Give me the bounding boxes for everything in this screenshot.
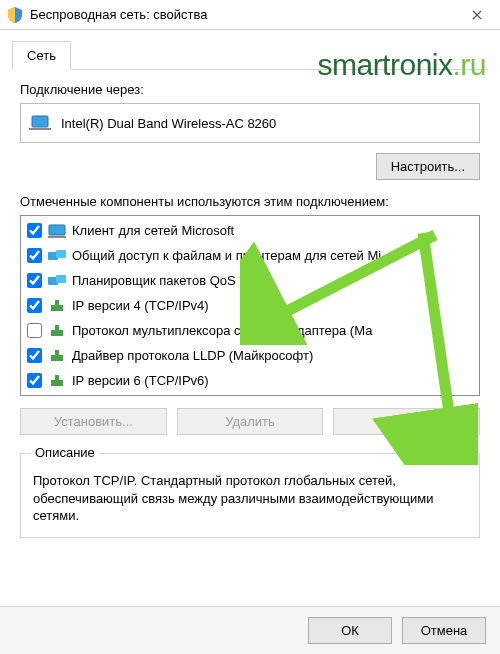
svg-rect-10 bbox=[51, 330, 63, 336]
component-item[interactable]: IP версии 6 (TCP/IPv6) bbox=[21, 368, 479, 393]
component-label: IP версии 6 (TCP/IPv6) bbox=[72, 373, 209, 388]
component-checkbox[interactable] bbox=[27, 273, 42, 288]
component-item[interactable]: Драйвер протокола LLDP (Майкрософт) bbox=[21, 343, 479, 368]
adapter-name: Intel(R) Dual Band Wireless-AC 8260 bbox=[61, 116, 276, 131]
tab-network[interactable]: Сеть bbox=[12, 41, 71, 70]
shield-icon bbox=[8, 7, 22, 23]
component-checkbox[interactable] bbox=[27, 373, 42, 388]
svg-rect-15 bbox=[55, 375, 59, 380]
component-checkbox[interactable] bbox=[27, 298, 42, 313]
configure-button[interactable]: Настроить... bbox=[376, 153, 480, 180]
components-label: Отмеченные компоненты используются этим … bbox=[20, 194, 480, 209]
component-checkbox[interactable] bbox=[27, 323, 42, 338]
component-label: Драйвер протокола LLDP (Майкрософт) bbox=[72, 348, 313, 363]
component-checkbox[interactable] bbox=[27, 348, 42, 363]
close-button[interactable] bbox=[454, 0, 500, 30]
svg-rect-3 bbox=[48, 236, 66, 238]
description-title: Описание bbox=[31, 445, 99, 460]
components-list[interactable]: Клиент для сетей MicrosoftОбщий доступ к… bbox=[20, 215, 480, 396]
svg-rect-7 bbox=[56, 275, 66, 283]
component-item[interactable]: Клиент для сетей Microsoft bbox=[21, 218, 479, 243]
adapter-box: Intel(R) Dual Band Wireless-AC 8260 bbox=[20, 103, 480, 143]
service-icon bbox=[48, 249, 66, 263]
component-item[interactable]: Планировщик пакетов QoS bbox=[21, 268, 479, 293]
proto-icon bbox=[48, 349, 66, 363]
svg-rect-2 bbox=[49, 225, 65, 235]
service-icon bbox=[48, 274, 66, 288]
window-title: Беспроводная сеть: свойства bbox=[30, 7, 454, 22]
svg-rect-1 bbox=[29, 128, 51, 130]
component-checkbox[interactable] bbox=[27, 223, 42, 238]
component-item[interactable]: Протокол мультиплексора сетевого адаптер… bbox=[21, 318, 479, 343]
proto-icon bbox=[48, 374, 66, 388]
remove-button[interactable]: Удалить bbox=[177, 408, 324, 435]
component-item[interactable]: IP версии 4 (TCP/IPv4) bbox=[21, 293, 479, 318]
svg-rect-9 bbox=[55, 300, 59, 305]
component-label: Планировщик пакетов QoS bbox=[72, 273, 236, 288]
proto-icon bbox=[48, 324, 66, 338]
component-checkbox[interactable] bbox=[27, 248, 42, 263]
connect-via-label: Подключение через: bbox=[20, 82, 480, 97]
description-text: Протокол TCP/IP. Стандартный протокол гл… bbox=[33, 472, 467, 525]
svg-rect-8 bbox=[51, 305, 63, 311]
dialog-footer: ОК Отмена bbox=[0, 606, 500, 654]
svg-rect-11 bbox=[55, 325, 59, 330]
svg-rect-13 bbox=[55, 350, 59, 355]
client-icon bbox=[48, 224, 66, 238]
properties-button[interactable]: Свойства bbox=[333, 408, 480, 435]
component-label: Протокол мультиплексора сетевого адаптер… bbox=[72, 323, 372, 338]
component-item[interactable]: Общий доступ к файлам и принтерам для се… bbox=[21, 243, 479, 268]
svg-rect-0 bbox=[32, 116, 48, 127]
ok-button[interactable]: ОК bbox=[308, 617, 392, 644]
svg-rect-5 bbox=[56, 250, 66, 258]
component-label: IP версии 4 (TCP/IPv4) bbox=[72, 298, 209, 313]
network-adapter-icon bbox=[29, 114, 51, 132]
description-group: Описание Протокол TCP/IP. Стандартный пр… bbox=[20, 453, 480, 538]
svg-rect-14 bbox=[51, 380, 63, 386]
proto-icon bbox=[48, 299, 66, 313]
component-label: Клиент для сетей Microsoft bbox=[72, 223, 234, 238]
titlebar: Беспроводная сеть: свойства bbox=[0, 0, 500, 30]
svg-rect-12 bbox=[51, 355, 63, 361]
cancel-button[interactable]: Отмена bbox=[402, 617, 486, 644]
watermark-text: smartronix.ru bbox=[317, 48, 486, 82]
component-label: Общий доступ к файлам и принтерам для се… bbox=[72, 248, 381, 263]
install-button[interactable]: Установить... bbox=[20, 408, 167, 435]
